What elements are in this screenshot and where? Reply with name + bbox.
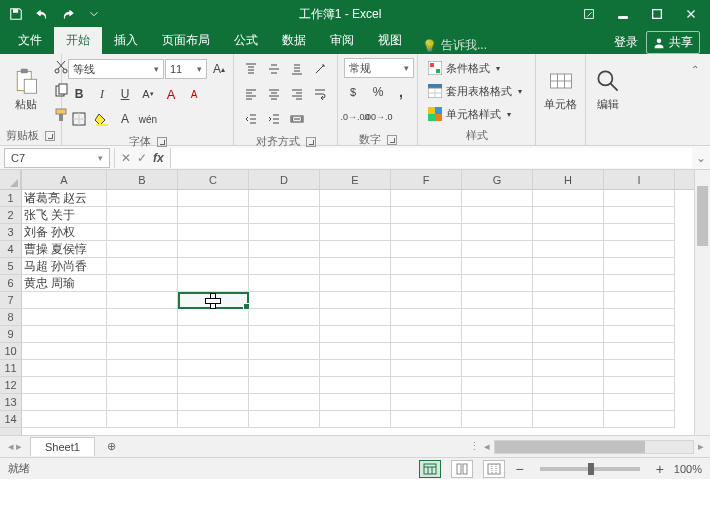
accounting-format-icon[interactable]: $ (344, 81, 366, 103)
cell[interactable] (391, 207, 462, 224)
row-header[interactable]: 3 (0, 224, 21, 241)
sheet-tab[interactable]: Sheet1 (30, 437, 95, 456)
ribbon-options-icon[interactable] (574, 2, 604, 26)
number-dialog-launcher[interactable] (387, 135, 397, 145)
cell[interactable] (178, 275, 249, 292)
row-header[interactable]: 2 (0, 207, 21, 224)
cell[interactable] (533, 326, 604, 343)
cell[interactable] (391, 377, 462, 394)
tab-view[interactable]: 视图 (366, 27, 414, 54)
close-icon[interactable] (676, 2, 706, 26)
cell[interactable] (462, 258, 533, 275)
cell[interactable] (462, 343, 533, 360)
font-size-combo[interactable]: 11▾ (165, 59, 207, 79)
cell[interactable] (178, 258, 249, 275)
cell[interactable] (178, 241, 249, 258)
align-left-icon[interactable] (240, 83, 262, 105)
increase-indent-icon[interactable] (263, 108, 285, 130)
cell[interactable] (107, 241, 178, 258)
cell[interactable] (249, 411, 320, 428)
cell[interactable] (22, 411, 107, 428)
undo-icon[interactable] (30, 2, 54, 26)
cell[interactable] (249, 207, 320, 224)
cell[interactable] (391, 394, 462, 411)
cell[interactable] (320, 224, 391, 241)
hscroll-split-icon[interactable]: ⋮ (469, 440, 480, 453)
italic-button[interactable]: I (91, 83, 113, 105)
comma-format-icon[interactable]: , (390, 81, 412, 103)
horizontal-scroll-thumb[interactable] (495, 441, 645, 453)
minimize-icon[interactable] (608, 2, 638, 26)
clipboard-dialog-launcher[interactable] (45, 131, 55, 141)
accept-formula-icon[interactable]: ✓ (137, 151, 147, 165)
cell[interactable]: 马超 孙尚香 (22, 258, 107, 275)
insert-function-icon[interactable]: fx (153, 151, 164, 165)
column-header[interactable]: F (391, 170, 462, 189)
horizontal-scrollbar[interactable] (494, 440, 694, 454)
cell-styles-button[interactable]: 单元格样式▾ (424, 104, 515, 124)
cell[interactable] (178, 360, 249, 377)
align-dialog-launcher[interactable] (306, 137, 316, 147)
increase-font-icon[interactable]: A▴ (208, 58, 230, 80)
cell[interactable] (533, 258, 604, 275)
cell[interactable] (391, 326, 462, 343)
merge-cells-icon[interactable] (286, 108, 308, 130)
cell[interactable] (462, 360, 533, 377)
bold-button[interactable]: B (68, 83, 90, 105)
row-header[interactable]: 12 (0, 377, 21, 394)
cell[interactable] (22, 326, 107, 343)
zoom-in-icon[interactable]: + (656, 461, 664, 477)
align-top-icon[interactable] (240, 58, 262, 80)
cell[interactable] (320, 241, 391, 258)
row-header[interactable]: 8 (0, 309, 21, 326)
cell[interactable] (107, 258, 178, 275)
cell[interactable] (604, 241, 675, 258)
cell[interactable] (533, 394, 604, 411)
cell[interactable] (604, 258, 675, 275)
cell[interactable] (107, 309, 178, 326)
cell[interactable] (462, 309, 533, 326)
cell[interactable] (249, 309, 320, 326)
phonetic-guide-icon[interactable]: wén (137, 108, 159, 130)
cell[interactable] (462, 275, 533, 292)
cell[interactable] (391, 411, 462, 428)
cell[interactable] (391, 343, 462, 360)
name-box[interactable]: C7▾ (4, 148, 110, 168)
cell[interactable] (533, 377, 604, 394)
select-all-corner[interactable] (0, 170, 21, 190)
row-header[interactable]: 6 (0, 275, 21, 292)
hscroll-left-icon[interactable]: ◂ (484, 440, 490, 453)
cell[interactable] (178, 394, 249, 411)
align-bottom-icon[interactable] (286, 58, 308, 80)
tab-data[interactable]: 数据 (270, 27, 318, 54)
cell[interactable] (249, 224, 320, 241)
cell[interactable] (107, 360, 178, 377)
wrap-text-icon[interactable] (309, 83, 331, 105)
orientation-icon[interactable] (309, 58, 331, 80)
hscroll-right-icon[interactable]: ▸ (698, 440, 704, 453)
cell[interactable] (249, 258, 320, 275)
cell[interactable] (533, 292, 604, 309)
cell[interactable] (107, 343, 178, 360)
cell[interactable] (249, 377, 320, 394)
cell[interactable] (533, 309, 604, 326)
align-center-icon[interactable] (263, 83, 285, 105)
cell[interactable] (107, 411, 178, 428)
cell[interactable] (604, 360, 675, 377)
login-link[interactable]: 登录 (614, 34, 638, 51)
share-button[interactable]: 共享 (646, 31, 700, 54)
font-dialog-launcher[interactable] (157, 137, 167, 147)
cell[interactable] (22, 360, 107, 377)
cell[interactable] (462, 326, 533, 343)
sheet-nav-prev-icon[interactable]: ◂ (8, 440, 14, 453)
column-header[interactable]: D (249, 170, 320, 189)
vertical-scroll-thumb[interactable] (697, 186, 708, 246)
column-header[interactable]: B (107, 170, 178, 189)
cell[interactable] (391, 275, 462, 292)
cells-area[interactable]: 诸葛亮 赵云张飞 关于刘备 孙权曹操 夏侯惇马超 孙尚香黄忠 周瑜 (22, 190, 694, 428)
cell[interactable] (178, 224, 249, 241)
cell[interactable] (107, 207, 178, 224)
cell[interactable] (320, 326, 391, 343)
page-layout-view-icon[interactable] (451, 460, 473, 478)
cell[interactable] (320, 309, 391, 326)
